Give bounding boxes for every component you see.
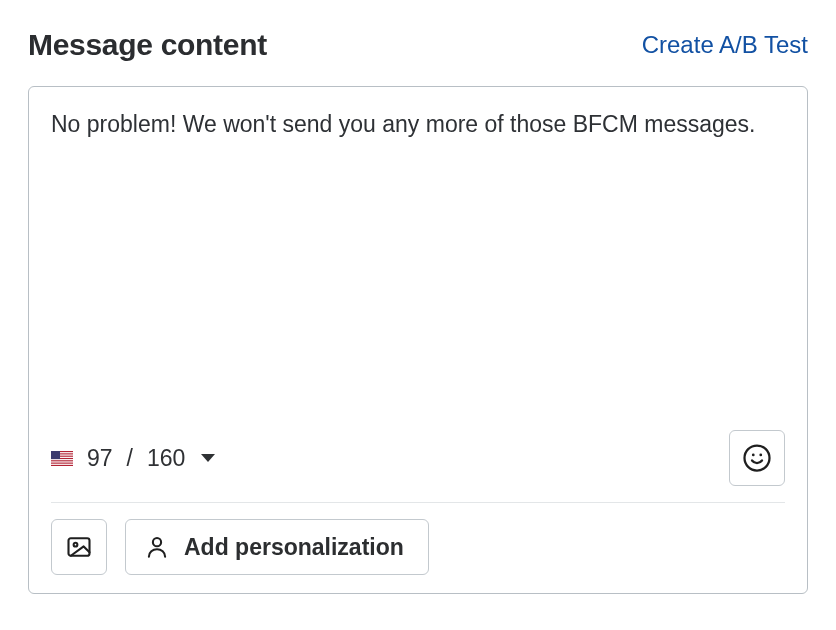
tools-row: Add personalization [51,519,785,575]
svg-rect-4 [51,459,73,460]
svg-point-9 [752,454,755,457]
svg-point-13 [153,538,161,546]
us-flag-icon [51,451,73,466]
smile-icon [742,443,772,473]
emoji-picker-button[interactable] [729,430,785,486]
svg-point-12 [74,543,78,547]
svg-point-8 [745,446,770,471]
char-count-sep: / [127,445,133,472]
create-ab-test-link[interactable]: Create A/B Test [642,31,808,59]
chevron-down-icon [201,454,215,462]
counter-row: 97 / 160 [51,430,785,503]
svg-rect-6 [51,463,73,464]
svg-rect-7 [51,451,60,459]
svg-rect-5 [51,461,73,462]
char-count-current: 97 [87,445,113,472]
message-editor: No problem! We won't send you any more o… [28,86,808,594]
add-personalization-button[interactable]: Add personalization [125,519,429,575]
message-textarea[interactable]: No problem! We won't send you any more o… [51,107,785,430]
svg-point-10 [759,454,762,457]
image-icon [65,533,93,561]
add-image-button[interactable] [51,519,107,575]
char-counter-group[interactable]: 97 / 160 [51,445,215,472]
char-count-limit: 160 [147,445,185,472]
section-title: Message content [28,28,267,62]
svg-rect-11 [69,538,90,556]
add-personalization-label: Add personalization [184,534,404,561]
person-icon [144,534,170,560]
